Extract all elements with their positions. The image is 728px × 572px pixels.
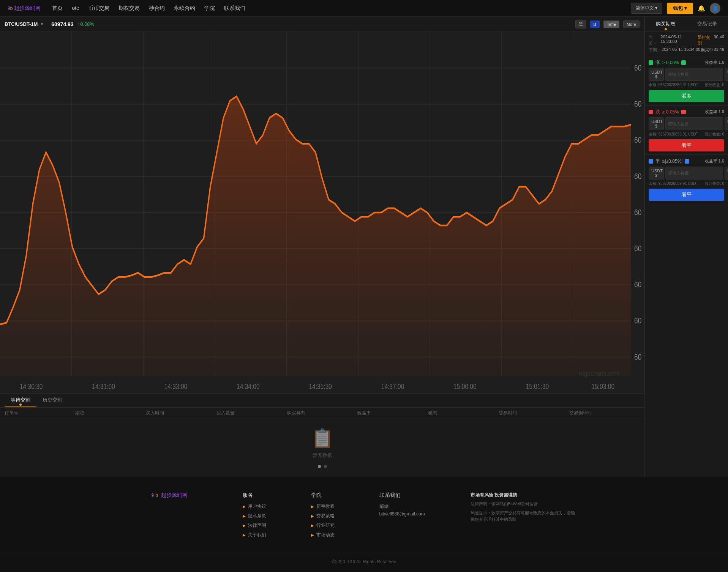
pair-selector[interactable]: BTC/USDT-1M ▼ — [5, 21, 44, 27]
wallet-button[interactable]: 钱包 ▾ — [667, 3, 693, 14]
svg-text:60 970: 60 970 — [634, 99, 644, 109]
table-header: 订单号 期权 买入时间 买入数量 购买类型 收益率 状态 交易时间 交易倒计时 — [0, 408, 644, 419]
footer-contact-title: 联系我们 — [379, 492, 455, 499]
flat-input-row: USDT $ USDT — [649, 167, 724, 180]
svg-text:14:37:00: 14:37:00 — [381, 382, 404, 391]
up-unit: USDT $ — [649, 68, 664, 81]
session-next-label: 下期： — [649, 47, 661, 53]
footer-about[interactable]: ▶ 关于我们 — [243, 532, 296, 538]
tab-buy-options[interactable]: 购买期权 — [645, 17, 687, 31]
col-yield: 收益率 — [357, 410, 428, 416]
col-options: 期权 — [75, 410, 146, 416]
pair-name: BTC/USDT-1M — [5, 21, 38, 27]
yield-up: 收益率 1.6 — [705, 60, 724, 65]
btn-short[interactable]: 看空 — [649, 139, 724, 151]
down-estimate: 预计收益: 0 — [705, 132, 724, 137]
footer-beginner[interactable]: ▶ 新手教程 — [311, 503, 364, 510]
session-current-time: 00:46 — [714, 35, 724, 46]
session-current-label: 当前： — [649, 35, 661, 46]
col-buy-qty: 买入数量 — [216, 410, 287, 416]
up-input-row: USDT $ USDT — [649, 68, 724, 81]
btn-long[interactable]: 看多 — [649, 90, 724, 102]
bottom-tabs: 等待交割 历史交割 — [0, 394, 644, 408]
svg-text:60 930: 60 930 — [634, 244, 644, 253]
btn-blue[interactable]: B — [590, 20, 600, 28]
footer-privacy[interactable]: ▶ 隐私条款 — [243, 513, 296, 519]
svg-text:60 980: 60 980 — [634, 63, 644, 72]
tab-trade-records[interactable]: 交易记录 — [687, 17, 728, 31]
nav-spot[interactable]: 币币交易 — [88, 3, 109, 13]
footer-logo: 9 b 起步源码网 — [152, 492, 227, 499]
bell-icon[interactable]: 🔔 — [698, 5, 705, 12]
footer-academy-col: 学院 ▶ 新手教程 ▶ 交易策略 ▶ 行业研究 ▶ 市场动态 — [311, 492, 364, 541]
down-amount-input[interactable] — [665, 117, 723, 130]
col-status: 状态 — [428, 410, 499, 416]
avatar[interactable]: 👤 — [710, 3, 720, 14]
footer-arrow-icon-1: ▶ — [243, 504, 246, 509]
nav-home[interactable]: 首页 — [52, 3, 63, 13]
footer-service-title: 服务 — [243, 492, 296, 499]
svg-text:15:01:30: 15:01:30 — [526, 382, 549, 391]
footer-risk-col: 市场有风险 投资需谨慎 法律声明：该网站由BitWell公司运营 风险提示：数字… — [471, 492, 577, 541]
flat-box-icon — [649, 159, 653, 164]
btn-time[interactable]: Time — [603, 20, 619, 28]
nav-otc[interactable]: otc — [72, 3, 79, 13]
down-box-icon-2 — [681, 110, 686, 114]
btn-flat[interactable]: 看平 — [649, 189, 724, 201]
right-panel: 购买期权 交易记录 当前： 2024-05-11 15:33:00 限时交割 0… — [644, 17, 728, 477]
svg-text:14:35:30: 14:35:30 — [309, 382, 332, 391]
tab-pending[interactable]: 等待交割 — [5, 394, 36, 407]
svg-text:Highcharts.com: Highcharts.com — [578, 369, 619, 378]
yield-down: 收益率 1.6 — [705, 109, 724, 115]
up-amount-input[interactable] — [665, 68, 723, 81]
chart-area: BTC/USDT-1M ▼ 60974.93 +0.08% 黑 B Time M… — [0, 17, 644, 393]
footer-arrow-icon-6: ▶ — [311, 514, 314, 518]
chart-svg: 60 980 60 970 60 960 60 950 60 940 60 93… — [0, 32, 644, 393]
nav-academy[interactable]: 学院 — [204, 3, 215, 13]
col-buy-time: 买入时间 — [146, 410, 216, 416]
chart-canvas: 60 980 60 970 60 960 60 950 60 940 60 93… — [0, 32, 644, 393]
right-tabs: 购买期权 交易记录 — [645, 17, 728, 32]
flat-unit: USDT $ — [649, 167, 664, 180]
pagination — [318, 465, 327, 468]
nav-links: 首页 otc 币币交易 期权交易 秒合约 永续合约 学院 联系我们 — [52, 3, 631, 13]
tab-history[interactable]: 历史交割 — [36, 394, 68, 407]
direction-down-label: 跌 ≥ 0.05% — [649, 109, 686, 115]
flat-unit-right: USDT — [725, 167, 728, 180]
footer-email[interactable]: bitwell888@gmail.com — [379, 511, 455, 517]
flat-amount-input[interactable] — [665, 167, 723, 180]
nav-perpetual[interactable]: 永续合约 — [174, 3, 195, 13]
footer-research[interactable]: ▶ 行业研究 — [311, 522, 364, 529]
nav-contact[interactable]: 联系我们 — [224, 3, 245, 13]
down-balance-row: 余额: 93670028859.91 USDT 预计收益: 0 — [649, 132, 724, 137]
btn-more[interactable]: More — [623, 20, 640, 28]
footer-logo-col: 9 b 起步源码网 — [152, 492, 227, 541]
svg-text:60 900: 60 900 — [634, 352, 644, 361]
page-dot-1[interactable] — [318, 465, 321, 468]
trade-direction-flat: 平 ≥|±0.05%| 收益率 1.6 — [649, 158, 724, 164]
nav-logo[interactable]: 9 b 起步源码网 — [8, 5, 41, 12]
nav-seconds[interactable]: 秒合约 — [149, 3, 165, 13]
down-balance: 余额: 93670028859.91 USDT — [649, 132, 698, 137]
footer-market[interactable]: ▶ 市场动态 — [311, 532, 364, 538]
lang-button[interactable]: 简体中文 ▾ — [631, 3, 662, 14]
navbar: 9 b 起步源码网 首页 otc 币币交易 期权交易 秒合约 永续合约 学院 联… — [0, 0, 728, 17]
footer-arrow-icon-5: ▶ — [311, 504, 314, 509]
footer-legal[interactable]: ▶ 法律声明 — [243, 522, 296, 529]
footer-arrow-icon-4: ▶ — [243, 533, 246, 537]
price-display: 60974.93 — [51, 21, 73, 27]
svg-text:15:03:00: 15:03:00 — [592, 382, 615, 391]
footer-strategy[interactable]: ▶ 交易策略 — [311, 513, 364, 519]
up-estimate: 预计收益: 0 — [705, 82, 724, 88]
nav-options[interactable]: 期权交易 — [118, 3, 140, 13]
flat-balance: 余额: 93670028859.91 USDT — [649, 181, 698, 186]
btn-black[interactable]: 黑 — [575, 20, 586, 28]
down-cond: ≥ 0.05% — [662, 109, 679, 115]
logo-text: 起步源码网 — [14, 5, 41, 12]
page-root: 9 b 起步源码网 首页 otc 币币交易 期权交易 秒合约 永续合约 学院 联… — [0, 0, 728, 572]
flat-box-icon-2 — [685, 159, 689, 164]
up-box-icon — [649, 60, 653, 65]
footer-user-agreement[interactable]: ▶ 用户协议 — [243, 503, 296, 510]
down-label: 跌 — [655, 109, 660, 115]
page-dot-2[interactable] — [324, 465, 327, 468]
